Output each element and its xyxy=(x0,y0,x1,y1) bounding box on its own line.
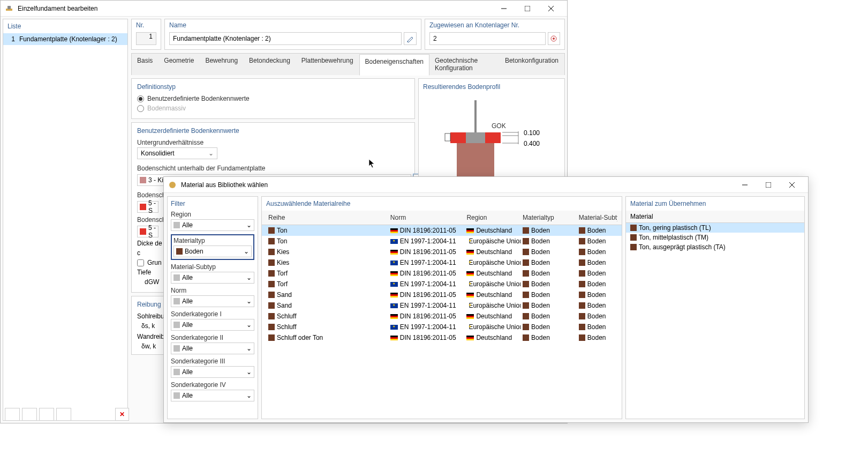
pick-node-button[interactable] xyxy=(548,32,560,45)
table-row[interactable]: TorfEN 1997-1:2004-11Europäische UnionBo… xyxy=(262,279,622,289)
svg-rect-23 xyxy=(445,133,450,141)
swatch-icon xyxy=(579,249,585,255)
lib-close-button[interactable] xyxy=(780,177,804,193)
nr-label: Nr. xyxy=(136,21,156,29)
swatch-icon xyxy=(176,248,183,255)
table-row[interactable]: SchluffEN 1997-1:2004-11Europäische Unio… xyxy=(262,322,622,332)
mtype-label: Materialtyp xyxy=(173,237,252,244)
chevron-down-icon: ⌄ xyxy=(246,221,252,229)
table-row[interactable]: TonDIN 18196:2011-05DeutschlandBodenBode… xyxy=(262,225,622,236)
minimize-button[interactable] xyxy=(492,1,516,17)
svg-rect-3 xyxy=(525,6,530,11)
sk1-select[interactable]: Alle ⌄ xyxy=(171,319,254,331)
swatch-icon xyxy=(523,227,529,234)
svg-text:0.100: 0.100 xyxy=(524,129,540,137)
norm-select[interactable]: Alle ⌄ xyxy=(171,295,254,307)
tab-betondeckung[interactable]: Betondeckung xyxy=(244,54,296,75)
table-row[interactable]: SchluffDIN 18196:2011-05DeutschlandBoden… xyxy=(262,311,622,322)
material-table: Auszuwählende Materialreihe Reihe Norm R… xyxy=(261,196,622,419)
table-row[interactable]: TonEN 1997-1:2004-11Europäische UnionBod… xyxy=(262,236,622,247)
msub-select[interactable]: Alle ⌄ xyxy=(171,272,254,284)
underground-label: Untergrundverhältnisse xyxy=(137,139,409,146)
th-norm[interactable]: Norm xyxy=(388,213,465,222)
chevron-down-icon: ⌄ xyxy=(246,321,252,329)
toolbar-btn-2[interactable] xyxy=(22,408,37,421)
delete-button[interactable]: ✕ xyxy=(115,408,129,421)
toolbar-btn-4[interactable] xyxy=(56,408,71,421)
layer-3-select[interactable]: 5 - S xyxy=(137,226,158,237)
table-row[interactable]: Schluff oder TonDIN 18196:2011-05Deutsch… xyxy=(262,332,622,343)
swatch-icon xyxy=(173,369,180,375)
radio-user-defined[interactable]: Benutzerdefinierte Bodenkennwerte xyxy=(137,95,409,102)
th-mtyp[interactable]: Materialtyp xyxy=(520,213,577,222)
lib-maximize-button[interactable] xyxy=(757,177,780,193)
sk3-select[interactable]: Alle ⌄ xyxy=(171,366,254,378)
swatch-icon xyxy=(523,249,529,255)
grun-checkbox[interactable] xyxy=(137,259,144,266)
svg-rect-21 xyxy=(466,132,485,143)
table-row[interactable]: SandEN 1997-1:2004-11Europäische UnionBo… xyxy=(262,300,622,311)
flag-icon xyxy=(390,314,398,319)
msub-label: Material-Subtyp xyxy=(171,263,254,271)
tab-geometrie[interactable]: Geometrie xyxy=(158,54,200,75)
sk4-select[interactable]: Alle ⌄ xyxy=(171,390,254,401)
swatch-icon xyxy=(268,238,275,244)
swatch-icon xyxy=(268,324,275,330)
flag-icon xyxy=(390,282,398,287)
materialtype-group: Materialtyp Boden ⌄ xyxy=(171,234,254,260)
th-region[interactable]: Region xyxy=(464,213,520,222)
table-row[interactable]: KiesEN 1997-1:2004-11Europäische UnionBo… xyxy=(262,257,622,268)
swatch-icon xyxy=(579,238,585,244)
lib-minimize-button[interactable] xyxy=(733,177,757,193)
toolbar-btn-3[interactable] xyxy=(39,408,54,421)
swatch-icon xyxy=(630,225,637,231)
swatch-icon xyxy=(523,302,529,309)
flag-icon xyxy=(390,271,398,276)
toolbar-btn-1[interactable] xyxy=(5,408,20,421)
list-item-label: Fundamentplatte (Knotenlager : 2) xyxy=(19,35,117,43)
tab-bodeneigenschaften[interactable]: Bodeneigenschaften xyxy=(359,54,429,76)
tab-basis[interactable]: Basis xyxy=(132,54,158,75)
edit-name-button[interactable] xyxy=(404,32,417,45)
swatch-icon xyxy=(268,270,275,277)
tab-betonkonfiguration[interactable]: Betonkonfiguration xyxy=(500,54,564,75)
swatch-icon xyxy=(579,227,585,234)
tab-geotechnische-konfiguration[interactable]: Geotechnische Konfiguration xyxy=(429,54,500,75)
table-row[interactable]: TorfDIN 18196:2011-05DeutschlandBodenBod… xyxy=(262,268,622,279)
maximize-button[interactable] xyxy=(516,1,539,17)
swatch-icon xyxy=(579,270,585,277)
assigned-input[interactable] xyxy=(429,32,546,45)
tab-plattenbewehrung[interactable]: Plattenbewehrung xyxy=(296,54,359,75)
th-msub[interactable]: Material-Subty xyxy=(577,213,617,222)
swatch-icon xyxy=(579,259,585,266)
flag-icon xyxy=(390,303,398,308)
th-reihe[interactable]: Reihe xyxy=(266,213,388,222)
layer-2-select[interactable]: 5 - S xyxy=(137,201,158,213)
swatch-icon xyxy=(579,313,585,319)
take-row[interactable]: Ton, mittelplastisch (TM) xyxy=(626,233,804,242)
take-panel: Material zum Übernehmen Material Ton, ge… xyxy=(625,196,805,419)
svg-rect-33 xyxy=(766,182,771,188)
chevron-down-icon: ⌄ xyxy=(208,150,214,157)
swatch-icon xyxy=(173,345,180,352)
region-label: Region xyxy=(171,211,254,218)
svg-text:0.400: 0.400 xyxy=(524,140,540,147)
table-header: Reihe Norm Region Materialtyp Material-S… xyxy=(262,211,622,225)
list-item[interactable]: 1 Fundamentplatte (Knotenlager : 2) xyxy=(3,33,127,45)
region-select[interactable]: Alle ⌄ xyxy=(171,219,254,231)
target-icon xyxy=(550,35,557,42)
table-row[interactable]: SandDIN 18196:2011-05DeutschlandBodenBod… xyxy=(262,289,622,300)
take-row[interactable]: Ton, ausgeprägt plastisch (TA) xyxy=(626,242,804,252)
tab-bewehrung[interactable]: Bewehrung xyxy=(200,54,244,75)
mtype-select[interactable]: Boden ⌄ xyxy=(173,245,252,257)
underground-select[interactable]: Konsolidiert ⌄ xyxy=(137,147,217,159)
table-row[interactable]: KiesDIN 18196:2011-05DeutschlandBodenBod… xyxy=(262,247,622,257)
take-row[interactable]: Ton, gering plastisch (TL) xyxy=(626,223,804,233)
color-swatch xyxy=(140,204,146,210)
radio-soil-massif[interactable]: Bodenmassiv xyxy=(137,105,409,112)
swatch-icon xyxy=(523,334,529,341)
close-button[interactable] xyxy=(539,1,563,17)
name-input[interactable] xyxy=(169,32,402,45)
main-title: Einzelfundament bearbeiten xyxy=(18,5,492,12)
sk2-select[interactable]: Alle ⌄ xyxy=(171,343,254,354)
